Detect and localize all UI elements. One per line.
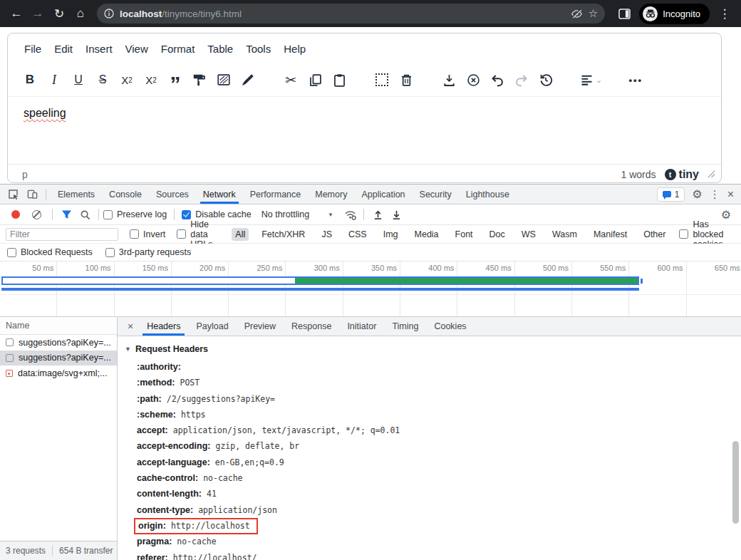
resource-type-filter[interactable]: WS bbox=[518, 228, 539, 241]
devtools-tab[interactable]: Performance bbox=[243, 185, 309, 204]
blocked-requests-checkbox[interactable]: Blocked Requests bbox=[7, 247, 93, 257]
close-details-icon[interactable]: × bbox=[122, 321, 139, 332]
resource-type-filter[interactable]: Manifest bbox=[590, 228, 631, 241]
side-panel-icon[interactable] bbox=[615, 4, 633, 23]
editor-content[interactable]: speeling bbox=[8, 96, 721, 164]
redo-icon[interactable] bbox=[509, 68, 534, 92]
network-request-row[interactable]: suggestions?apiKey=... bbox=[0, 335, 117, 351]
site-info-icon[interactable] bbox=[104, 9, 114, 19]
bookmark-star-icon[interactable]: ☆ bbox=[589, 7, 598, 20]
devtools-tab[interactable]: Network bbox=[196, 185, 243, 204]
resource-type-filter[interactable]: CSS bbox=[345, 228, 370, 241]
blockquote-icon[interactable]: ” bbox=[163, 68, 187, 92]
devtools-tab[interactable]: Elements bbox=[51, 185, 102, 204]
eye-off-icon[interactable] bbox=[571, 9, 583, 19]
more-options-icon[interactable]: ••• bbox=[623, 68, 648, 92]
devtools-tab[interactable]: Application bbox=[354, 185, 412, 204]
back-icon[interactable]: ← bbox=[7, 4, 26, 23]
resource-type-filter[interactable]: Other bbox=[640, 228, 669, 241]
scrollbar-thumb[interactable] bbox=[732, 441, 739, 524]
resource-type-filter[interactable]: Img bbox=[380, 228, 402, 241]
permanent-pen-icon[interactable] bbox=[236, 68, 260, 92]
word-count[interactable]: 1 words bbox=[621, 169, 656, 180]
devtools-tab[interactable]: Security bbox=[413, 185, 459, 204]
italic-icon[interactable]: I bbox=[42, 68, 66, 92]
element-path[interactable]: p bbox=[22, 169, 28, 180]
name-column-header[interactable]: Name bbox=[0, 317, 117, 335]
disable-cache-checkbox[interactable]: Disable cache bbox=[182, 209, 252, 219]
resize-handle-icon[interactable] bbox=[708, 170, 715, 178]
address-bar[interactable]: localhost/tinymce/tiny6.html ☆ bbox=[97, 4, 605, 24]
resource-type-filter[interactable]: Doc bbox=[486, 228, 509, 241]
details-tab[interactable]: Response bbox=[284, 317, 339, 336]
strikethrough-icon[interactable]: S bbox=[90, 68, 115, 92]
invert-checkbox[interactable]: Invert bbox=[130, 229, 165, 239]
preserve-log-checkbox[interactable]: Preserve log bbox=[103, 209, 167, 219]
export-icon[interactable] bbox=[437, 68, 461, 92]
device-toolbar-icon[interactable] bbox=[23, 186, 41, 203]
misspelled-word[interactable]: speeling bbox=[24, 107, 66, 119]
superscript-icon[interactable]: X2 bbox=[139, 68, 163, 92]
devtools-tab[interactable]: Sources bbox=[149, 185, 196, 204]
network-overview-timeline[interactable]: 50 ms100 ms150 ms200 ms250 ms300 ms350 m… bbox=[0, 261, 741, 317]
resource-type-filter[interactable]: Wasm bbox=[549, 228, 581, 241]
resource-type-filter[interactable]: JS bbox=[318, 228, 336, 241]
devtools-tab[interactable]: Console bbox=[102, 185, 149, 204]
network-conditions-icon[interactable] bbox=[341, 206, 359, 223]
throttling-select[interactable]: No throttling ▼ bbox=[261, 209, 333, 219]
copy-icon[interactable] bbox=[303, 68, 327, 92]
search-icon[interactable] bbox=[76, 206, 94, 223]
paste-icon[interactable] bbox=[327, 68, 351, 92]
home-icon[interactable]: ⌂ bbox=[71, 4, 90, 23]
underline-icon[interactable]: U bbox=[66, 68, 90, 92]
tiny-logo[interactable]: t tiny bbox=[665, 168, 699, 181]
delete-icon[interactable] bbox=[394, 68, 418, 92]
format-painter-icon[interactable] bbox=[187, 68, 212, 92]
undo-icon[interactable] bbox=[485, 68, 509, 92]
details-tab[interactable]: Headers bbox=[139, 317, 188, 336]
editor-menu-item[interactable]: Table bbox=[201, 39, 239, 58]
bold-icon[interactable]: B bbox=[18, 68, 42, 92]
inspect-element-icon[interactable] bbox=[4, 186, 23, 203]
resource-type-filter[interactable]: Media bbox=[411, 228, 442, 241]
details-tab[interactable]: Timing bbox=[384, 317, 426, 336]
editor-menu-item[interactable]: File bbox=[18, 39, 48, 58]
third-party-requests-checkbox[interactable]: 3rd-party requests bbox=[105, 247, 191, 257]
details-tab[interactable]: Payload bbox=[188, 317, 236, 336]
editor-menu-item[interactable]: Edit bbox=[48, 39, 79, 58]
browser-menu-icon[interactable]: ⋮ bbox=[715, 4, 734, 23]
subscript-icon[interactable]: X2 bbox=[115, 68, 139, 92]
editor-menu-item[interactable]: View bbox=[119, 39, 155, 58]
resource-type-filter[interactable]: All bbox=[232, 228, 249, 241]
import-har-icon[interactable] bbox=[368, 206, 387, 223]
details-tab[interactable]: Initiator bbox=[339, 317, 384, 336]
resource-type-filter[interactable]: Font bbox=[452, 228, 477, 241]
request-headers-section-toggle[interactable]: ▼ Request Headers bbox=[125, 342, 741, 356]
network-request-row[interactable]: data:image/svg+xml;... bbox=[0, 365, 117, 381]
details-tab[interactable]: Preview bbox=[237, 317, 284, 336]
filter-input[interactable] bbox=[6, 228, 118, 241]
settings-gear-icon[interactable]: ⚙ bbox=[692, 187, 702, 201]
incognito-badge[interactable]: Incognito bbox=[639, 4, 710, 24]
align-left-icon[interactable]: ⌄ bbox=[576, 68, 605, 92]
cancel-icon[interactable] bbox=[461, 68, 485, 92]
filter-funnel-icon[interactable] bbox=[57, 206, 76, 223]
resource-type-filter[interactable]: Fetch/XHR bbox=[258, 228, 309, 241]
network-request-row[interactable]: suggestions?apiKey=... bbox=[0, 351, 117, 366]
cut-icon[interactable]: ✂ bbox=[279, 68, 303, 92]
editor-menu-item[interactable]: Help bbox=[277, 39, 312, 58]
record-icon[interactable] bbox=[11, 210, 20, 219]
details-tab[interactable]: Cookies bbox=[426, 317, 474, 336]
reload-icon[interactable]: ↻ bbox=[50, 4, 68, 23]
clear-icon[interactable] bbox=[32, 210, 41, 219]
select-all-icon[interactable] bbox=[370, 68, 394, 92]
editor-menu-item[interactable]: Format bbox=[155, 39, 202, 58]
devtools-tab[interactable]: Lighthouse bbox=[459, 185, 517, 204]
devtools-tab[interactable]: Memory bbox=[308, 185, 354, 204]
close-devtools-icon[interactable]: × bbox=[727, 188, 734, 201]
media-frame-icon[interactable] bbox=[212, 68, 236, 92]
forward-icon[interactable]: → bbox=[28, 4, 47, 23]
devtools-menu-icon[interactable]: ⋮ bbox=[710, 188, 720, 201]
issues-badge[interactable]: 1 bbox=[657, 187, 685, 202]
export-har-icon[interactable] bbox=[387, 206, 405, 223]
